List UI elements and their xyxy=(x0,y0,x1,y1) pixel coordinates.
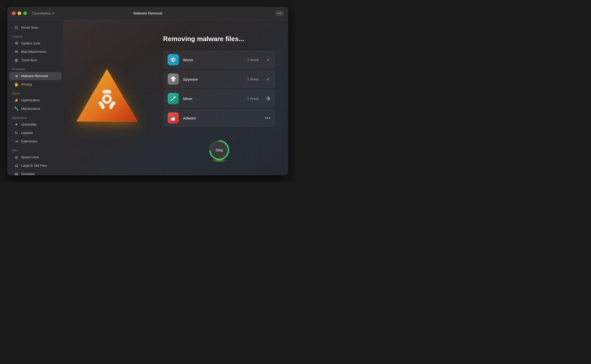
svg-point-6 xyxy=(174,80,174,80)
privacy-icon: 🖐 xyxy=(14,82,19,87)
content-area: Removing malware files... Worm 1 threat … xyxy=(64,20,288,175)
miner-icon xyxy=(168,93,179,104)
sidebar-item-privacy[interactable]: 🖐 Privacy xyxy=(9,80,61,89)
maximize-button[interactable] xyxy=(23,11,27,15)
spyware-icon xyxy=(168,74,179,85)
worm-icon xyxy=(168,54,179,65)
sidebar-label-optimization: Optimization xyxy=(21,98,40,102)
sidebar-item-mail-attachments[interactable]: ✉ Mail Attachments xyxy=(9,48,61,56)
sidebar-label-mail: Mail Attachments xyxy=(21,50,46,54)
threat-item-spyware: Spyware 1 threat ✓ xyxy=(163,70,275,88)
adware-name: Adware xyxy=(183,116,254,120)
large-files-icon: 🗂 xyxy=(14,163,19,168)
threat-item-miner: Miner 1 threat xyxy=(163,89,275,108)
biohazard-illustration xyxy=(64,20,150,175)
miner-status-icon xyxy=(265,96,271,101)
trash-icon: 🗑 xyxy=(14,58,19,63)
spyware-status-icon: ✓ xyxy=(265,76,271,82)
section-cleanup: Cleanup xyxy=(7,32,64,39)
maintenance-icon: 🔧 xyxy=(14,106,19,111)
traffic-lights xyxy=(12,11,27,15)
right-panel: Removing malware files... Worm 1 threat … xyxy=(150,25,288,171)
adware-svg xyxy=(170,115,177,121)
window-title: Malware Removal xyxy=(133,11,162,15)
sidebar-item-updater[interactable]: ↻ Updater xyxy=(9,129,61,137)
main-layout: ⊡ Smart Scan Cleanup ⚙ System Junk ✉ Mai… xyxy=(7,20,288,175)
sidebar-label-maintenance: Maintenance xyxy=(21,107,40,111)
miner-name: Miner xyxy=(183,96,243,101)
more-options-button[interactable] xyxy=(275,10,284,16)
svg-point-4 xyxy=(172,79,175,82)
sidebar-item-trash-bins[interactable]: 🗑 Trash Bins xyxy=(9,56,61,64)
shredder-icon: ▤ xyxy=(14,172,19,175)
malware-icon: ☣ xyxy=(14,74,19,78)
app-window: CleanMyMac X Malware Removal ⊡ Smart Sca… xyxy=(7,7,288,175)
miner-svg xyxy=(170,95,177,102)
sidebar-item-large-old-files[interactable]: 🗂 Large & Old Files xyxy=(9,162,61,170)
uninstaller-icon: ✦ xyxy=(14,122,19,127)
sidebar-label-space-lens: Space Lens xyxy=(21,155,39,159)
sidebar-label-uninstaller: Uninstaller xyxy=(21,123,37,126)
sidebar-item-malware-removal[interactable]: ☣ Malware Removal xyxy=(9,72,61,80)
biohazard-svg xyxy=(74,65,140,131)
threat-item-adware: Adware ••• xyxy=(163,109,275,127)
sidebar-label-shredder: Shredder xyxy=(21,172,35,175)
adware-icon xyxy=(168,112,179,124)
sidebar-item-system-junk[interactable]: ⚙ System Junk xyxy=(9,39,61,47)
threat-item-worm: Worm 1 threat ✓ xyxy=(163,51,275,69)
app-name: CleanMyMac X xyxy=(32,11,54,15)
half-moon-icon xyxy=(53,75,56,77)
sidebar-item-maintenance[interactable]: 🔧 Maintenance xyxy=(9,105,61,113)
spyware-count: 1 threat xyxy=(247,77,258,81)
mail-icon: ✉ xyxy=(14,50,19,54)
stop-button-wrap: Stop xyxy=(209,140,229,160)
sidebar-item-uninstaller[interactable]: ✦ Uninstaller xyxy=(9,120,61,129)
sidebar-label-malware: Malware Removal xyxy=(21,74,48,78)
active-indicator xyxy=(52,74,57,78)
close-button[interactable] xyxy=(12,11,16,15)
threat-list: Worm 1 threat ✓ xyxy=(163,51,275,127)
minimize-button[interactable] xyxy=(18,11,21,15)
stop-button-glow xyxy=(212,159,227,162)
titlebar: CleanMyMac X Malware Removal xyxy=(7,7,288,20)
spyware-name: Spyware xyxy=(183,77,243,81)
svg-point-0 xyxy=(103,95,110,103)
sidebar-label-privacy: Privacy xyxy=(21,82,32,86)
space-lens-icon: ◎ xyxy=(14,155,19,160)
svg-rect-13 xyxy=(171,119,175,120)
worm-name: Worm xyxy=(183,58,243,62)
miner-count: 1 threat xyxy=(247,97,258,101)
section-applications: Applications xyxy=(7,113,64,120)
svg-rect-3 xyxy=(172,77,175,79)
svg-point-1 xyxy=(173,58,174,59)
worm-status-icon: ✓ xyxy=(265,57,271,63)
system-junk-icon: ⚙ xyxy=(14,41,19,46)
smart-scan-icon: ⊡ xyxy=(14,25,19,30)
section-speed: Speed xyxy=(7,89,64,96)
sidebar-label-large-files: Large & Old Files xyxy=(21,164,47,167)
extensions-icon: ⇥ xyxy=(14,139,19,144)
sidebar-item-shredder[interactable]: ▤ Shredder xyxy=(9,170,61,175)
sidebar-label-extensions: Extensions xyxy=(21,139,38,143)
removing-title: Removing malware files... xyxy=(163,35,275,43)
adware-status-icon: ••• xyxy=(265,115,271,121)
worm-svg xyxy=(170,56,177,63)
svg-line-7 xyxy=(171,97,175,101)
stop-button[interactable]: Stop xyxy=(211,141,228,159)
progress-half-icon xyxy=(265,96,270,101)
sidebar-item-smart-scan[interactable]: ⊡ Smart Scan xyxy=(9,23,61,32)
worm-count: 1 threat xyxy=(247,58,258,62)
sidebar-item-extensions[interactable]: ⇥ Extensions xyxy=(9,137,61,145)
section-protection: Protection xyxy=(7,65,64,72)
sidebar-label-system-junk: System Junk xyxy=(21,41,40,45)
sidebar-label-updater: Updater xyxy=(21,131,33,135)
sidebar-item-optimization[interactable]: ⚡ Optimization xyxy=(9,96,61,104)
sidebar-label-smart-scan: Smart Scan xyxy=(21,26,39,29)
sidebar-item-space-lens[interactable]: ◎ Space Lens xyxy=(9,153,61,161)
sidebar-label-trash: Trash Bins xyxy=(21,58,37,62)
sidebar: ⊡ Smart Scan Cleanup ⚙ System Junk ✉ Mai… xyxy=(7,20,64,175)
optimization-icon: ⚡ xyxy=(14,98,19,103)
spyware-svg xyxy=(170,76,177,82)
stop-button-area: Stop xyxy=(163,140,275,160)
svg-point-5 xyxy=(172,80,173,80)
